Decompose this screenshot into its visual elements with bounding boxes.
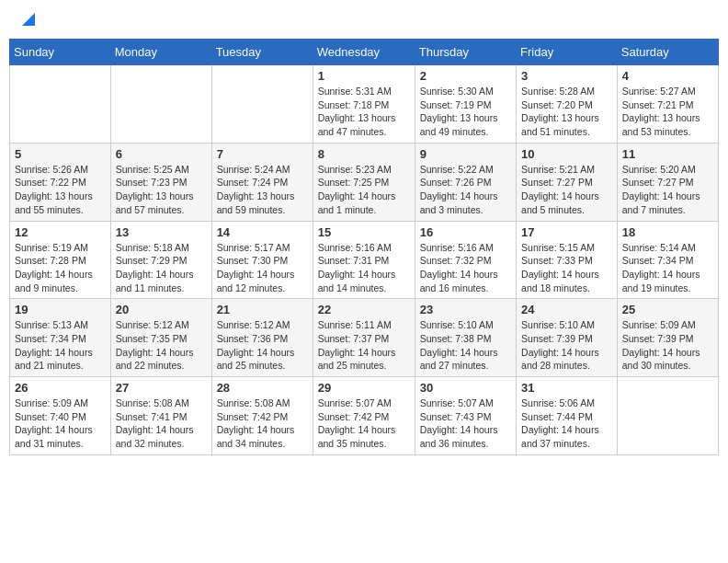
day-number: 9 [420, 147, 511, 161]
day-number: 1 [318, 69, 410, 83]
calendar-cell: 22Sunrise: 5:11 AMSunset: 7:37 PMDayligh… [313, 299, 415, 377]
day-number: 26 [15, 381, 106, 395]
day-info: Sunrise: 5:11 AMSunset: 7:37 PMDaylight:… [318, 318, 410, 373]
day-info: Sunrise: 5:08 AMSunset: 7:41 PMDaylight:… [116, 396, 207, 451]
calendar-cell: 13Sunrise: 5:18 AMSunset: 7:29 PMDayligh… [110, 221, 211, 299]
day-info: Sunrise: 5:12 AMSunset: 7:36 PMDaylight:… [217, 318, 308, 373]
calendar-body: 1Sunrise: 5:31 AMSunset: 7:18 PMDaylight… [10, 65, 719, 455]
calendar-cell: 24Sunrise: 5:10 AMSunset: 7:39 PMDayligh… [517, 299, 618, 377]
calendar-cell: 3Sunrise: 5:28 AMSunset: 7:20 PMDaylight… [517, 65, 618, 144]
day-info: Sunrise: 5:28 AMSunset: 7:20 PMDaylight:… [521, 85, 612, 139]
calendar-cell: 6Sunrise: 5:25 AMSunset: 7:23 PMDaylight… [110, 143, 211, 221]
calendar-cell: 31Sunrise: 5:06 AMSunset: 7:44 PMDayligh… [517, 377, 618, 455]
calendar-week-row: 1Sunrise: 5:31 AMSunset: 7:18 PMDaylight… [10, 65, 719, 144]
calendar-cell: 18Sunrise: 5:14 AMSunset: 7:34 PMDayligh… [617, 221, 718, 299]
calendar-cell: 27Sunrise: 5:08 AMSunset: 7:41 PMDayligh… [110, 377, 211, 455]
page-header [9, 9, 719, 31]
day-number: 14 [217, 225, 308, 239]
day-number: 31 [521, 381, 612, 395]
day-number: 17 [521, 225, 612, 239]
calendar-cell: 9Sunrise: 5:22 AMSunset: 7:26 PMDaylight… [415, 143, 516, 221]
calendar-cell: 29Sunrise: 5:07 AMSunset: 7:42 PMDayligh… [313, 377, 415, 455]
day-info: Sunrise: 5:16 AMSunset: 7:32 PMDaylight:… [420, 241, 511, 295]
calendar-cell: 17Sunrise: 5:15 AMSunset: 7:33 PMDayligh… [517, 221, 618, 299]
day-number: 19 [15, 303, 106, 316]
day-info: Sunrise: 5:10 AMSunset: 7:38 PMDaylight:… [420, 318, 511, 373]
day-number: 11 [622, 147, 713, 161]
day-number: 6 [116, 147, 207, 161]
calendar-cell: 23Sunrise: 5:10 AMSunset: 7:38 PMDayligh… [415, 299, 516, 377]
calendar-cell [110, 65, 211, 144]
logo [17, 13, 35, 28]
day-number: 20 [116, 303, 207, 316]
day-info: Sunrise: 5:23 AMSunset: 7:25 PMDaylight:… [318, 163, 410, 217]
calendar-cell: 12Sunrise: 5:19 AMSunset: 7:28 PMDayligh… [10, 221, 111, 299]
calendar-day-header: Friday [517, 40, 618, 65]
calendar-cell: 25Sunrise: 5:09 AMSunset: 7:39 PMDayligh… [617, 299, 718, 377]
calendar-cell: 30Sunrise: 5:07 AMSunset: 7:43 PMDayligh… [415, 377, 516, 455]
calendar-cell: 10Sunrise: 5:21 AMSunset: 7:27 PMDayligh… [517, 143, 618, 221]
day-info: Sunrise: 5:24 AMSunset: 7:24 PMDaylight:… [217, 163, 308, 217]
calendar-cell: 16Sunrise: 5:16 AMSunset: 7:32 PMDayligh… [415, 221, 516, 299]
calendar-day-header: Sunday [10, 40, 111, 65]
calendar-day-header: Saturday [617, 40, 718, 65]
day-info: Sunrise: 5:21 AMSunset: 7:27 PMDaylight:… [521, 163, 612, 217]
day-info: Sunrise: 5:08 AMSunset: 7:42 PMDaylight:… [217, 396, 308, 451]
calendar-day-header: Thursday [415, 40, 516, 65]
day-info: Sunrise: 5:10 AMSunset: 7:39 PMDaylight:… [521, 318, 612, 373]
calendar-cell: 1Sunrise: 5:31 AMSunset: 7:18 PMDaylight… [313, 65, 415, 144]
day-number: 5 [15, 147, 106, 161]
day-number: 13 [116, 225, 207, 239]
day-number: 25 [622, 303, 713, 316]
day-info: Sunrise: 5:26 AMSunset: 7:22 PMDaylight:… [15, 163, 106, 217]
day-number: 23 [420, 303, 511, 316]
calendar-day-header: Monday [110, 40, 211, 65]
day-info: Sunrise: 5:22 AMSunset: 7:26 PMDaylight:… [420, 163, 511, 217]
calendar-cell: 2Sunrise: 5:30 AMSunset: 7:19 PMDaylight… [415, 65, 516, 144]
svg-marker-0 [22, 13, 35, 26]
calendar-cell: 7Sunrise: 5:24 AMSunset: 7:24 PMDaylight… [211, 143, 313, 221]
day-number: 15 [318, 225, 410, 239]
day-info: Sunrise: 5:18 AMSunset: 7:29 PMDaylight:… [116, 241, 207, 295]
day-number: 10 [521, 147, 612, 161]
calendar-cell [10, 65, 111, 144]
day-info: Sunrise: 5:07 AMSunset: 7:42 PMDaylight:… [318, 396, 410, 451]
calendar-cell [211, 65, 313, 144]
day-info: Sunrise: 5:16 AMSunset: 7:31 PMDaylight:… [318, 241, 410, 295]
day-info: Sunrise: 5:12 AMSunset: 7:35 PMDaylight:… [116, 318, 207, 373]
day-info: Sunrise: 5:07 AMSunset: 7:43 PMDaylight:… [420, 396, 511, 451]
calendar-week-row: 19Sunrise: 5:13 AMSunset: 7:34 PMDayligh… [10, 299, 719, 377]
calendar-week-row: 12Sunrise: 5:19 AMSunset: 7:28 PMDayligh… [10, 221, 719, 299]
calendar-cell: 15Sunrise: 5:16 AMSunset: 7:31 PMDayligh… [313, 221, 415, 299]
logo-triangle-icon [18, 11, 35, 28]
day-number: 7 [217, 147, 308, 161]
day-info: Sunrise: 5:15 AMSunset: 7:33 PMDaylight:… [521, 241, 612, 295]
calendar-cell: 11Sunrise: 5:20 AMSunset: 7:27 PMDayligh… [617, 143, 718, 221]
day-info: Sunrise: 5:31 AMSunset: 7:18 PMDaylight:… [318, 85, 410, 139]
calendar-week-row: 5Sunrise: 5:26 AMSunset: 7:22 PMDaylight… [10, 143, 719, 221]
day-info: Sunrise: 5:25 AMSunset: 7:23 PMDaylight:… [116, 163, 207, 217]
day-number: 27 [116, 381, 207, 395]
day-info: Sunrise: 5:19 AMSunset: 7:28 PMDaylight:… [15, 241, 106, 295]
calendar-cell: 28Sunrise: 5:08 AMSunset: 7:42 PMDayligh… [211, 377, 313, 455]
day-info: Sunrise: 5:20 AMSunset: 7:27 PMDaylight:… [622, 163, 713, 217]
day-info: Sunrise: 5:17 AMSunset: 7:30 PMDaylight:… [217, 241, 308, 295]
day-number: 3 [521, 69, 612, 83]
day-number: 24 [521, 303, 612, 316]
day-info: Sunrise: 5:14 AMSunset: 7:34 PMDaylight:… [622, 241, 713, 295]
calendar-week-row: 26Sunrise: 5:09 AMSunset: 7:40 PMDayligh… [10, 377, 719, 455]
day-number: 16 [420, 225, 511, 239]
day-number: 8 [318, 147, 410, 161]
day-number: 22 [318, 303, 410, 316]
calendar-cell: 5Sunrise: 5:26 AMSunset: 7:22 PMDaylight… [10, 143, 111, 221]
day-info: Sunrise: 5:27 AMSunset: 7:21 PMDaylight:… [622, 85, 713, 139]
calendar-header-row: SundayMondayTuesdayWednesdayThursdayFrid… [10, 40, 719, 65]
day-number: 4 [622, 69, 713, 83]
calendar-cell: 20Sunrise: 5:12 AMSunset: 7:35 PMDayligh… [110, 299, 211, 377]
day-number: 18 [622, 225, 713, 239]
calendar-cell: 4Sunrise: 5:27 AMSunset: 7:21 PMDaylight… [617, 65, 718, 144]
day-info: Sunrise: 5:30 AMSunset: 7:19 PMDaylight:… [420, 85, 511, 139]
day-number: 29 [318, 381, 410, 395]
calendar-day-header: Tuesday [211, 40, 313, 65]
calendar-day-header: Wednesday [313, 40, 415, 65]
